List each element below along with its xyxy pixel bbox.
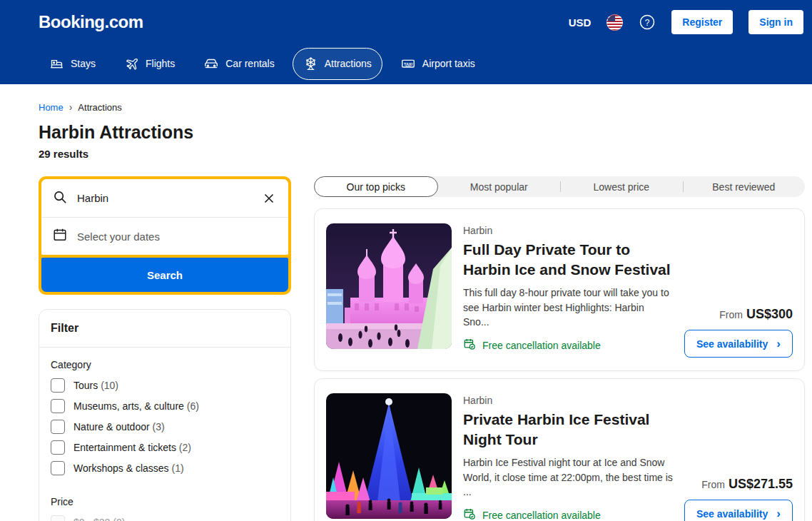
search-button[interactable]: Search <box>41 258 288 292</box>
page-title: Harbin Attractions <box>39 122 805 143</box>
entertainment-checkbox[interactable] <box>51 440 65 455</box>
price-heading: Price <box>51 496 279 507</box>
nav-stays[interactable]: Stays <box>39 48 106 80</box>
chevron-right-icon: › <box>776 507 781 520</box>
nav-car-rentals-label: Car rentals <box>225 58 274 69</box>
result-card: Harbin Private Harbin Ice Festival Night… <box>314 378 805 521</box>
result-description: This full day 8-hour private tour will t… <box>463 285 673 329</box>
svg-text:?: ? <box>645 18 650 28</box>
car-icon <box>203 56 219 71</box>
free-cancellation-badge: Free cancellation available <box>463 507 673 521</box>
workshops-checkbox[interactable] <box>51 461 65 475</box>
nav-flights[interactable]: Flights <box>113 48 186 80</box>
see-availability-button[interactable]: See availability › <box>684 500 793 521</box>
chevron-right-icon: › <box>69 101 73 113</box>
dates-row[interactable]: Select your dates <box>41 217 288 255</box>
nav-flights-label: Flights <box>146 58 175 69</box>
register-button[interactable]: Register <box>671 10 733 34</box>
nav-airport-taxis-label: Airport taxis <box>422 58 475 69</box>
nature-checkbox[interactable] <box>51 420 65 434</box>
free-cancellation-label: Free cancellation available <box>482 510 601 521</box>
sort-tab-best-reviewed[interactable]: Best reviewed <box>683 176 806 197</box>
nav-attractions[interactable]: Attractions <box>293 48 382 80</box>
signin-button[interactable]: Sign in <box>748 10 803 34</box>
result-location: Harbin <box>463 395 673 406</box>
result-location: Harbin <box>463 225 673 236</box>
filter-option-tours[interactable]: Tours (10) <box>51 378 279 393</box>
booking-logo[interactable]: Booking.com <box>39 12 143 32</box>
bed-icon <box>49 56 64 71</box>
search-panel: Select your dates Search <box>39 176 291 295</box>
nav-stays-label: Stays <box>71 58 96 69</box>
nav-airport-taxis[interactable]: TAXI Airport taxis <box>390 47 486 80</box>
category-filter-section: Category Tours (10) Museums, arts, & cul… <box>39 348 290 485</box>
site-header: Booking.com USD ? Register Sign in Stays <box>0 0 812 84</box>
free-cancellation-label: Free cancellation available <box>482 340 601 351</box>
result-title-link[interactable]: Private Harbin Ice Festival Night Tour <box>463 410 673 449</box>
us-flag-icon[interactable] <box>607 14 623 31</box>
sort-bar: Our top picks Most popular Lowest price … <box>314 176 805 197</box>
price-line: FromUS$300 <box>719 307 793 322</box>
filter-option-entertainment[interactable]: Entertainment & tickets (2) <box>51 440 279 455</box>
dates-placeholder[interactable]: Select your dates <box>77 231 278 243</box>
breadcrumb-current: Attractions <box>78 102 121 113</box>
see-availability-button[interactable]: See availability › <box>684 330 793 358</box>
result-description: Harbin Ice Festival night tour at Ice an… <box>463 455 673 499</box>
filter-option-museums[interactable]: Museums, arts, & culture (6) <box>51 399 279 413</box>
museums-checkbox[interactable] <box>51 399 65 413</box>
breadcrumb: Home › Attractions <box>39 101 805 113</box>
price-filter-section: Price $0 - $22 (0) $22 - $44 (0) <box>39 485 290 521</box>
tours-checkbox[interactable] <box>51 378 65 393</box>
nav-attractions-label: Attractions <box>325 58 372 69</box>
filter-option-nature[interactable]: Nature & outdoor (3) <box>51 420 279 434</box>
ferris-wheel-icon <box>303 56 318 71</box>
attraction-photo-blue-tower[interactable] <box>326 393 452 519</box>
help-icon[interactable]: ? <box>639 14 656 31</box>
chevron-right-icon: › <box>776 338 781 350</box>
taxi-icon: TAXI <box>400 56 416 71</box>
svg-text:TAXI: TAXI <box>404 62 413 66</box>
price-value: US$300 <box>746 307 793 321</box>
filter-option-price-0-22: $0 - $22 (0) <box>51 515 279 521</box>
calendar-check-icon <box>463 338 476 353</box>
search-icon <box>52 189 68 208</box>
currency-picker[interactable]: USD <box>569 16 592 29</box>
filter-panel: Filter Category Tours (10) Museums, arts… <box>39 309 291 521</box>
breadcrumb-home-link[interactable]: Home <box>39 102 64 113</box>
main-content: Home › Attractions Harbin Attractions 29… <box>0 84 812 521</box>
results-count: 29 results <box>39 148 805 160</box>
close-icon[interactable] <box>260 190 278 207</box>
plane-icon <box>124 56 139 71</box>
destination-row <box>41 179 288 217</box>
price-line: FromUS$271.55 <box>701 477 793 492</box>
price-value: US$271.55 <box>729 477 793 491</box>
result-card: Harbin Full Day Private Tour to Harbin I… <box>314 208 805 371</box>
nav-car-rentals[interactable]: Car rentals <box>193 47 285 80</box>
price-0-22-checkbox <box>51 515 65 521</box>
category-heading: Category <box>51 359 279 370</box>
calendar-icon <box>52 227 68 246</box>
result-title-link[interactable]: Full Day Private Tour to Harbin Ice and … <box>463 240 673 279</box>
filter-option-workshops[interactable]: Workshops & classes (1) <box>51 461 279 475</box>
filter-title: Filter <box>39 310 290 348</box>
sort-tab-lowest-price[interactable]: Lowest price <box>560 176 683 197</box>
free-cancellation-badge: Free cancellation available <box>463 338 673 353</box>
sort-tab-top-picks[interactable]: Our top picks <box>314 176 438 197</box>
product-nav: Stays Flights Car rentals <box>39 47 803 80</box>
attraction-photo-ice-castle[interactable] <box>326 223 452 349</box>
destination-input[interactable] <box>77 192 251 204</box>
sort-tab-most-popular[interactable]: Most popular <box>438 176 561 197</box>
calendar-check-icon <box>463 507 476 521</box>
